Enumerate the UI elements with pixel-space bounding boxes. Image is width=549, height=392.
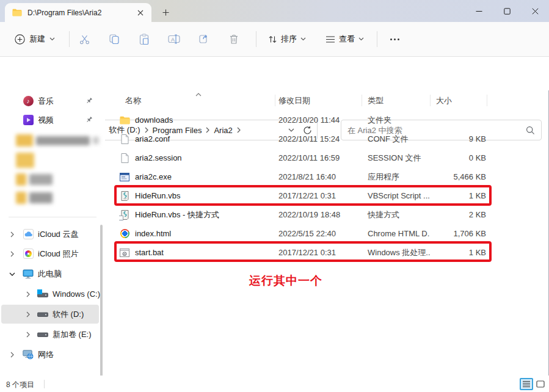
new-tab-button[interactable] [158,5,173,20]
drive-icon [37,330,49,339]
computer-icon [22,269,34,279]
details-view-icon [523,380,530,388]
chevron-down-icon [49,37,55,41]
status-bar: 8 个项目 [0,376,549,392]
sidebar-item-music[interactable]: ♪ 音乐 [1,92,99,111]
sidebar-item-label: 新加卷 (E:) [53,329,92,340]
video-icon [22,115,34,125]
file-date: 2022/10/19 18:48 [275,210,362,219]
tab-current-folder[interactable]: D:\Program Files\Aria2 [5,3,151,22]
chevron-right-icon[interactable] [24,311,32,318]
toolbar-separator [256,31,256,47]
file-row-hiderun-vbs-shortcut[interactable]: HideRun.vbs - 快捷方式 2022/10/19 18:48 快捷方式… [105,205,549,224]
network-icon [22,350,34,360]
paste-button[interactable] [137,32,151,46]
file-type: Chrome HTML D... [362,229,430,238]
share-button[interactable] [197,32,211,46]
file-row-aria2-session[interactable]: aria2.session 2022/10/11 16:59 SESSION 文… [105,148,549,167]
sidebar-item-videos[interactable]: 视频 [1,111,99,129]
file-type: SESSION 文件 [362,153,430,164]
view-button-label: 查看 [339,34,355,45]
file-name: aria2.session [135,153,182,162]
icloud-drive-icon [22,229,34,239]
redacted-sidebar-item [16,134,99,147]
sidebar-item-icloud-photos[interactable]: iCloud 照片 [1,244,99,263]
column-separator[interactable] [487,95,487,106]
delete-button[interactable] [227,32,241,46]
sidebar-item-label: iCloud 照片 [38,249,78,260]
sidebar-item-label: 软件 (D:) [53,309,84,320]
chevron-right-icon[interactable] [9,251,16,257]
file-size: 5,466 KB [430,172,486,181]
file-row-downloads[interactable]: downloads 2022/10/20 11:44 文件夹 [105,111,549,129]
chrome-icon [119,228,130,239]
sidebar-item-this-pc[interactable]: 此电脑 [1,264,99,283]
column-separator[interactable] [362,95,362,106]
highlight-box-hiderun-vbs [114,185,492,206]
status-divider [44,380,45,388]
sort-button[interactable]: 排序 [264,30,310,48]
pin-icon [85,116,93,125]
navigation-sidebar: ♪ 音乐 视频 [0,90,105,376]
chevron-right-icon[interactable] [24,291,32,297]
chevron-down-icon [358,37,364,41]
file-name: aria2.conf [135,134,170,143]
new-button-label: 新建 [29,34,45,45]
column-header-size[interactable]: 大小 [430,95,486,106]
chevron-right-icon[interactable] [24,332,32,338]
file-date: 2021/8/21 16:40 [275,172,362,181]
minimize-button[interactable] [465,0,493,22]
document-icon [119,153,130,163]
cut-button[interactable] [78,32,91,46]
folder-icon [119,115,130,125]
chevron-down-icon [300,37,306,41]
file-row-aria2-conf[interactable]: aria2.conf 2022/10/11 15:24 CONF 文件 9 KB [105,129,549,148]
file-name: HideRun.vbs - 快捷方式 [135,209,219,220]
file-list-header: 名称 修改日期 类型 大小 [105,92,549,110]
sidebar-item-label: 网络 [38,349,54,360]
large-icons-view-icon [536,380,545,388]
sidebar-item-network[interactable]: 网络 [1,345,99,364]
list-lines-icon [325,35,335,43]
column-header-date[interactable]: 修改日期 [275,95,362,106]
close-button[interactable] [521,0,549,22]
file-row-index-html[interactable]: index.html 2022/5/15 22:40 Chrome HTML D… [105,224,549,243]
large-icons-view-button[interactable] [534,378,547,390]
column-header-type[interactable]: 类型 [362,95,430,106]
file-row-aria2c-exe[interactable]: aria2c.exe 2021/8/21 16:40 应用程序 5,466 KB [105,167,549,186]
details-view-button[interactable] [520,378,533,390]
shortcut-arrow-icon [119,216,123,220]
chevron-right-icon[interactable] [9,231,16,238]
new-button[interactable]: 新建 [10,30,60,48]
file-date: 2022/5/15 22:40 [275,229,362,238]
toolbar-separator [377,31,377,47]
view-button[interactable]: 查看 [322,30,368,48]
column-separator[interactable] [275,95,275,106]
document-icon [119,134,130,144]
rename-button[interactable]: A [167,32,181,46]
sidebar-item-drive-e[interactable]: 新加卷 (E:) [1,325,99,344]
item-count: 8 个项目 [6,380,34,390]
sidebar-item-drive-d[interactable]: 软件 (D:) [1,305,99,324]
more-options-button[interactable] [387,34,403,45]
title-bar: D:\Program Files\Aria2 [0,0,549,22]
maximize-button[interactable] [493,0,521,22]
redacted-sidebar-item [16,173,53,186]
highlight-box-start-bat [114,241,492,262]
copy-button[interactable] [107,32,121,46]
chevron-down-icon[interactable] [9,272,16,276]
sidebar-scrollbar[interactable] [100,225,103,392]
chevron-right-icon[interactable] [9,352,16,358]
sidebar-item-drive-c[interactable]: Windows (C:) [1,285,99,303]
sort-arrows-icon [268,35,277,44]
file-size: 1,706 KB [430,229,486,238]
command-toolbar: 新建 A 排序 查看 [0,22,549,57]
column-separator[interactable] [430,95,431,106]
sidebar-item-icloud-drive[interactable]: iCloud 云盘 [1,225,99,244]
file-date: 2022/10/20 11:44 [275,115,362,125]
svg-text:A: A [171,37,175,43]
tab-close-icon[interactable] [134,7,147,19]
redacted-sidebar-item [16,153,34,168]
share-icon [198,34,209,45]
trash-icon [229,34,239,45]
